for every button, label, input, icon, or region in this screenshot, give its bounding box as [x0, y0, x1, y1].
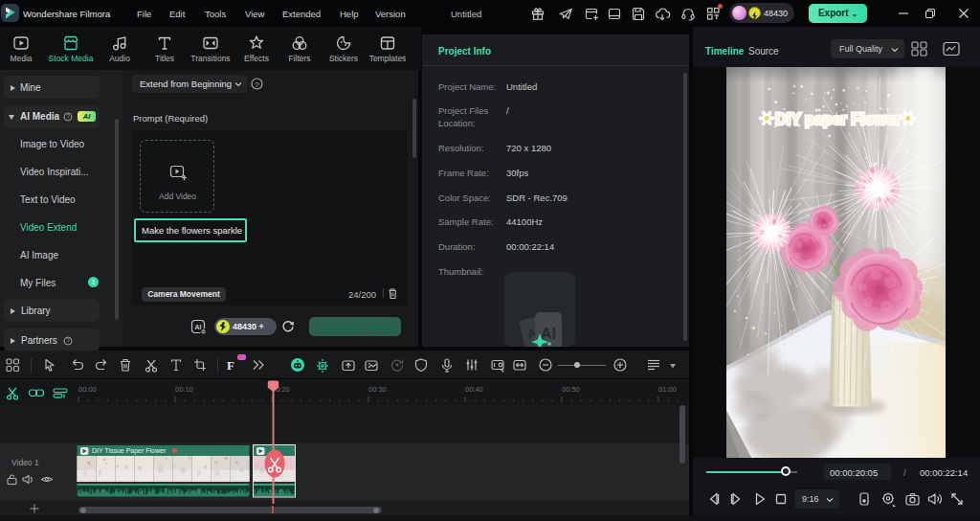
svg-text:?: ?	[66, 113, 70, 120]
svg-text:DIY Tissue Paper Flower: DIY Tissue Paper Flower	[92, 447, 167, 455]
svg-text:AI: AI	[195, 324, 202, 330]
svg-text:?: ?	[66, 337, 70, 344]
svg-text:DIY paper Flower: DIY paper Flower	[775, 110, 902, 127]
svg-text:?: ?	[255, 80, 259, 89]
svg-text:AI: AI	[541, 326, 556, 342]
